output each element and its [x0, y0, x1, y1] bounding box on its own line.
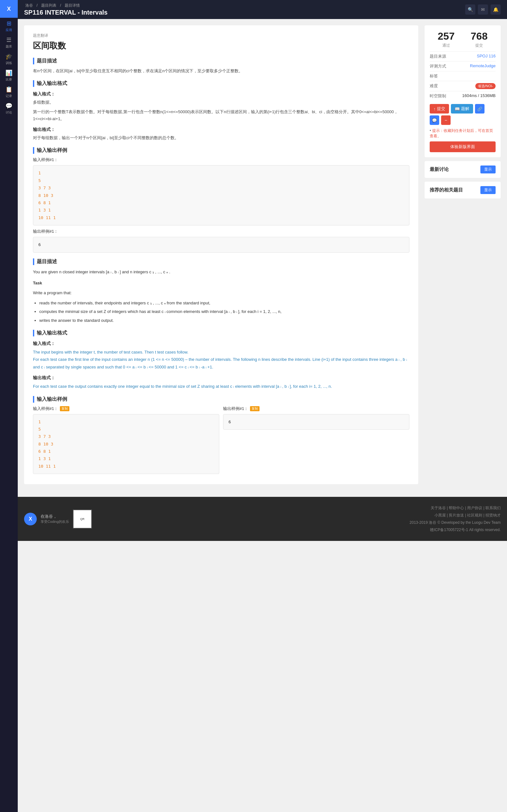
problem-main: 题意翻译 区间取数 题目描述 有n个区间，在区间[ai，bi]中至少取任意互不相…: [24, 26, 418, 484]
training-icon: 🎓: [5, 53, 12, 60]
footer: X 在洛谷， 享受Coding的欢乐 QR 关于洛谷 | 帮助中心 | 用户协议…: [18, 497, 507, 541]
action-btns: ↑ 提交 📖 题解 🔗 💬 −: [430, 104, 496, 125]
stat-passed-label: 通过: [438, 43, 454, 48]
info-source-val[interactable]: SPOJ 116: [477, 54, 496, 59]
en-task-bullets: reads the number of intervals, their end…: [33, 299, 409, 324]
show-discussion-button[interactable]: 显示: [481, 165, 496, 173]
footer-slogan-sub: 享受Coding的欢乐: [41, 519, 69, 524]
search-button[interactable]: 🔍: [465, 4, 475, 14]
sidebar-logo[interactable]: X: [0, 0, 18, 18]
latest-discussion-card: 最新讨论 显示: [425, 161, 501, 178]
en-sample-input-header: 输入样例#1： 复制: [33, 406, 219, 412]
hint-bullet: 提示：收藏到任务计划后，可在首页查看。: [430, 129, 493, 138]
related-problems-title: 推荐的相关题目: [430, 187, 463, 193]
answer-icon: 📖: [455, 107, 460, 111]
chat-button[interactable]: 💬: [430, 115, 439, 125]
submit-button[interactable]: ↑ 提交: [430, 104, 449, 113]
en-sample-output-code: 6: [223, 414, 409, 429]
discuss-icon: 💬: [5, 102, 12, 109]
en-task-title: Task: [33, 279, 409, 287]
breadcrumb-home[interactable]: 洛谷: [25, 3, 33, 8]
cn-sample-input-label: 输入样例#1：: [33, 157, 409, 163]
sidebar-item-training[interactable]: 🎓 训练: [0, 51, 18, 67]
qr-code: QR: [73, 510, 92, 528]
info-tags-key: 标签: [430, 73, 438, 79]
related-problems-header: 推荐的相关题目 显示: [430, 186, 496, 194]
show-related-button[interactable]: 显示: [481, 186, 496, 194]
sidebar-item-apps[interactable]: ⊞ 应用: [0, 18, 18, 34]
contest-icon: 📊: [5, 69, 12, 77]
cn-sample-output-section: 输出样例#1： 6: [33, 229, 409, 252]
footer-logo-icon: X: [24, 513, 37, 525]
sidebar-item-discuss[interactable]: 💬 讨论: [0, 100, 18, 117]
submit-label: 提交: [437, 106, 445, 112]
en-sample-input-label: 输入样例#1：: [33, 406, 58, 412]
difficulty-badge: 省选/NOI-: [475, 83, 496, 89]
sidebar-item-record[interactable]: 📋 记录: [0, 84, 18, 100]
en-bullet-1: reads the number of intervals, their end…: [39, 299, 409, 307]
header-right: 🔍 ✉ 🔔: [465, 4, 501, 14]
info-judge-key: 评测方式: [430, 63, 446, 69]
stats-card: 257 通过 768 提交 题目来源 SPOJ 116 评测方式: [425, 26, 501, 157]
en-input-text2: For each test case the first line of the…: [33, 356, 409, 371]
cn-input-text1: 多组数据。: [33, 99, 409, 106]
top-header: 洛谷 / 题目列表 / 题目详情 SP116 INTERVAL - Interv…: [18, 0, 507, 19]
en-sample-output-label: 输出样例#1：: [223, 406, 248, 412]
mail-button[interactable]: ✉: [478, 4, 488, 14]
sidebar-item-problems[interactable]: ☰ 题库: [0, 34, 18, 51]
copy-badge-output[interactable]: 复制: [250, 406, 260, 411]
stat-submitted-num: 768: [470, 31, 487, 42]
answer-button[interactable]: 📖 题解: [451, 104, 473, 113]
cn-sample-input-code: 1 5 3 7 3 8 10 3 6 8 1 1 3 1 10 11 1: [33, 165, 409, 225]
new-ui-button[interactable]: 体验新版界面: [430, 141, 496, 152]
en-task-text: Write a program that:: [33, 289, 409, 297]
answer-label: 题解: [461, 106, 469, 112]
cn-input-text2: 第一行的一个整数T表示数据个数。对于每组数据,第一行包含一个整数n(1<=n<=…: [33, 108, 409, 122]
minus-button[interactable]: −: [441, 115, 451, 125]
sidebar: X ⊞ 应用 ☰ 题库 🎓 训练 📊 比赛 📋 记录 💬 讨论: [0, 0, 18, 812]
copy-badge-input[interactable]: 复制: [60, 406, 69, 411]
en-sample-io-title: 输入输出样例: [33, 396, 409, 403]
footer-links: 关于洛谷 | 帮助中心 | 用户协议 | 联系我们 小黑屋 | 剪片放送 | 社…: [410, 504, 501, 533]
en-input-title: 输入格式：: [33, 341, 409, 347]
footer-link-line2: 小黑屋 | 剪片放送 | 社区规则 | 招贤纳才: [410, 512, 501, 519]
stat-submitted: 768 提交: [470, 31, 487, 48]
en-sample-output-col: 输出样例#1： 复制 6: [223, 406, 409, 477]
cn-sample-output-code: 6: [33, 237, 409, 252]
en-desc-title: 题目描述: [33, 258, 409, 265]
stats-row: 257 通过 768 提交: [430, 31, 496, 48]
cn-sample-input-section: 输入样例#1： 1 5 3 7 3 8 10 3 6 8 1 1 3 1 10 …: [33, 157, 409, 225]
bell-button[interactable]: 🔔: [491, 4, 501, 14]
en-output-title: 输出格式：: [33, 375, 409, 381]
share-button[interactable]: 🔗: [475, 104, 485, 113]
sidebar-item-discuss-label: 讨论: [6, 110, 12, 115]
sidebar-item-contest[interactable]: 📊 比赛: [0, 67, 18, 84]
info-time-key: 时空限制: [430, 93, 446, 99]
sidebar-item-problems-label: 题库: [6, 44, 12, 49]
en-output-text: For each test case the output contains e…: [33, 383, 409, 390]
en-bullet-3: writes the answer to the standard output…: [39, 317, 409, 324]
sidebar-item-training-label: 训练: [6, 61, 12, 65]
footer-slogan: 在洛谷，: [41, 514, 69, 519]
stat-passed: 257 通过: [438, 31, 454, 48]
problem-title-cn: 区间取数: [33, 40, 409, 51]
footer-link-line4: 赣ICP备17005722号-1 All rights reserved.: [410, 526, 501, 534]
en-samples-row: 输入样例#1： 复制 1 5 3 7 3 8 10 3 6 8 1 1 3 1 …: [33, 406, 409, 477]
footer-link-line3: 2013-2019 洛谷 © Developed by the Luogu De…: [410, 519, 501, 526]
cn-sample-output-label: 输出样例#1：: [33, 229, 409, 234]
problems-icon: ☰: [6, 37, 11, 43]
breadcrumb-problems[interactable]: 题目列表: [41, 3, 56, 8]
info-judge-val[interactable]: RemoteJudge: [470, 63, 496, 69]
footer-left: X 在洛谷， 享受Coding的欢乐 QR: [24, 510, 92, 528]
latest-discussion-title: 最新讨论: [430, 166, 449, 172]
translate-label: 题意翻译: [33, 33, 409, 38]
info-time: 时空限制 1604ms / 1536MB: [430, 91, 496, 101]
cn-output-text: 对于每组数据，输出一个对于n个区间[ai，bi]至少取ci个不同整数的数的总个数…: [33, 135, 409, 141]
en-sample-input-col: 输入样例#1： 复制 1 5 3 7 3 8 10 3 6 8 1 1 3 1 …: [33, 406, 219, 477]
en-desc-text: You are given n closed integer intervals…: [33, 268, 409, 275]
record-icon: 📋: [5, 86, 12, 93]
apps-icon: ⊞: [7, 20, 11, 27]
cn-desc-text: 有n个区间，在区间[ai，bi]中至少取任意互不相同的ci个整数，求在满足n个区…: [33, 67, 409, 74]
info-difficulty-key: 难度: [430, 83, 438, 89]
info-difficulty: 难度 省选/NOI-: [430, 81, 496, 91]
